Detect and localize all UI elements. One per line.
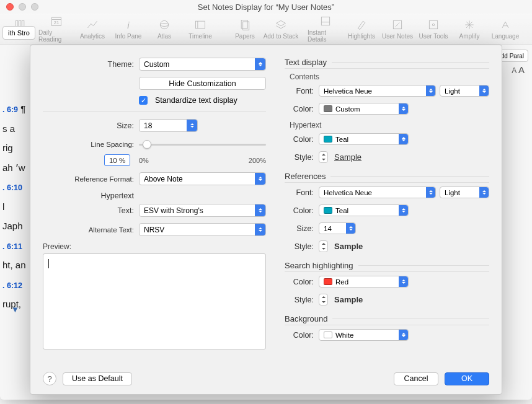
standardize-checkbox[interactable] bbox=[139, 96, 148, 105]
ref-size-select[interactable]: 14 bbox=[319, 222, 356, 234]
contents-font-select[interactable]: Helvetica Neue bbox=[319, 85, 436, 97]
bg-text-content: . 6:9 ¶s a rigah ʼw. 6:10 l Japh. 6:11 h… bbox=[2, 99, 27, 314]
references-head: References bbox=[285, 172, 489, 183]
use-as-default-button[interactable]: Use as Default bbox=[63, 372, 132, 385]
background-head: Background bbox=[285, 314, 489, 325]
cancel-button[interactable]: Cancel bbox=[394, 372, 438, 385]
help-button[interactable]: ? bbox=[43, 372, 56, 385]
toolbar-daily-reading[interactable]: 21Daily Reading bbox=[38, 15, 74, 43]
toolbar-instant-details[interactable]: Instant Details bbox=[308, 15, 344, 43]
toolbar-atlas[interactable]: Atlas bbox=[146, 19, 182, 40]
hypertext-sample: Sample bbox=[334, 152, 361, 162]
svg-rect-17 bbox=[429, 20, 437, 29]
alt-text-select[interactable]: NRSV bbox=[139, 223, 266, 236]
svg-rect-9 bbox=[196, 21, 205, 29]
toolbar-analytics[interactable]: Analytics bbox=[74, 19, 110, 40]
ref-font-select[interactable]: Helvetica Neue bbox=[319, 187, 436, 198]
contents-sub: Contents bbox=[290, 72, 489, 81]
toolbar-info-pane[interactable]: iInfo Pane bbox=[110, 19, 146, 40]
bg-text-size-icons: A A bbox=[512, 64, 525, 76]
toolbar-user-tools[interactable]: User Tools bbox=[415, 19, 451, 40]
ref-weight-select[interactable]: Light bbox=[440, 187, 489, 198]
line-spacing-slider[interactable] bbox=[139, 138, 266, 151]
svg-marker-13 bbox=[277, 20, 286, 25]
window-title: Set Notes Display for “My User Notes” bbox=[0, 2, 532, 12]
text-select[interactable]: ESV with Strong's bbox=[139, 204, 266, 217]
window: Set Notes Display for “My User Notes” Li… bbox=[0, 0, 532, 400]
search-head: Search highlighting bbox=[285, 261, 489, 272]
theme-label: Theme: bbox=[43, 60, 139, 69]
ok-button[interactable]: OK bbox=[445, 372, 489, 385]
text-label: Text: bbox=[43, 206, 139, 215]
ref-sample: Sample bbox=[334, 242, 363, 251]
left-column: Theme: Custom Hide Customization Standar… bbox=[43, 58, 266, 366]
search-color-select[interactable]: Red bbox=[319, 276, 409, 288]
toolbar-timeline[interactable]: Timeline bbox=[182, 19, 218, 40]
line-spacing-label: Line Spacing: bbox=[43, 141, 139, 148]
alt-text-label: Alternate Text: bbox=[43, 226, 139, 234]
bg-tab: ith Stro bbox=[2, 26, 35, 40]
hide-customization-button[interactable]: Hide Customization bbox=[139, 77, 266, 90]
sheet-footer: ? Use as Default Cancel OK bbox=[43, 366, 489, 385]
svg-rect-14 bbox=[321, 17, 329, 25]
search-style-stepper[interactable] bbox=[319, 294, 328, 305]
svg-rect-11 bbox=[241, 20, 247, 28]
hypertext-head: Hypertext bbox=[43, 191, 139, 200]
ref-format-label: Reference Format: bbox=[43, 175, 139, 183]
svg-point-18 bbox=[432, 24, 434, 25]
svg-point-8 bbox=[160, 23, 168, 26]
bg-color-select[interactable]: White bbox=[319, 329, 409, 341]
size-label: Size: bbox=[43, 121, 139, 130]
hypertext-style-stepper[interactable] bbox=[319, 151, 328, 163]
toolbar-user-notes[interactable]: User Notes bbox=[379, 19, 415, 40]
hypertext-sub: Hypertext bbox=[290, 121, 489, 130]
disclosure-icon: ▼ bbox=[11, 305, 19, 314]
svg-text:i: i bbox=[127, 19, 130, 30]
svg-point-7 bbox=[160, 20, 168, 29]
ref-style-stepper[interactable] bbox=[319, 240, 328, 252]
toolbar-add-to-stack[interactable]: Add to Stack bbox=[263, 19, 299, 40]
hypertext-color-select[interactable]: Teal bbox=[319, 133, 409, 145]
toolbar: Library 21Daily Reading Analytics iInfo … bbox=[0, 14, 532, 45]
standardize-label: Standardize text display bbox=[155, 96, 237, 105]
text-display-head: Text display bbox=[285, 58, 489, 69]
toolbar-highlights[interactable]: Highlights bbox=[344, 19, 379, 40]
line-spacing-input[interactable]: 10 % bbox=[104, 154, 130, 166]
toolbar-amplify[interactable]: Amplify bbox=[451, 19, 487, 40]
settings-sheet: Theme: Custom Hide Customization Standar… bbox=[30, 45, 502, 395]
size-select[interactable]: 18 bbox=[139, 119, 198, 132]
theme-select[interactable]: Custom bbox=[139, 58, 266, 71]
svg-rect-12 bbox=[243, 22, 249, 30]
toolbar-papers[interactable]: Papers bbox=[227, 19, 263, 40]
preview-box[interactable] bbox=[43, 253, 266, 349]
ref-color-select[interactable]: Teal bbox=[319, 204, 409, 216]
titlebar: Set Notes Display for “My User Notes” bbox=[0, 0, 532, 14]
svg-text:21: 21 bbox=[54, 20, 59, 25]
search-sample: Sample bbox=[334, 295, 363, 304]
contents-weight-select[interactable]: Light bbox=[440, 85, 489, 97]
toolbar-language[interactable]: Language bbox=[487, 19, 523, 40]
contents-color-select[interactable]: Custom bbox=[319, 103, 409, 115]
right-column: Text display Contents Font: Helvetica Ne… bbox=[285, 58, 489, 366]
ref-format-select[interactable]: Above Note bbox=[139, 172, 266, 185]
preview-label: Preview: bbox=[43, 242, 266, 251]
